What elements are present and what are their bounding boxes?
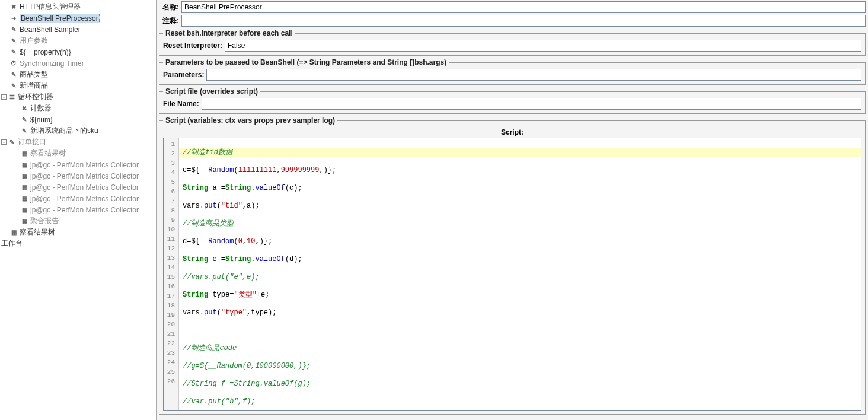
tree-item-1[interactable]: ➜BeanShell PreProcessor xyxy=(0,12,156,24)
tree-item-label: 聚合报告 xyxy=(30,216,59,226)
tree-item-icon: ▦ xyxy=(9,228,18,237)
tree-item-label: jp@gc - PerfMon Metrics Collector xyxy=(30,183,139,192)
tree-toggle-icon[interactable]: - xyxy=(1,139,7,145)
tree-item-5[interactable]: ⏱Synchronizing Timer xyxy=(0,58,156,69)
tree-item-label: HTTP信息头管理器 xyxy=(20,2,81,12)
tree-item-16[interactable]: ▦jp@gc - PerfMon Metrics Collector xyxy=(0,182,156,193)
tree-item-19[interactable]: ▦聚合报告 xyxy=(0,215,156,227)
tree-item-icon: ▦ xyxy=(20,217,28,225)
tree-item-icon: ✎ xyxy=(9,37,18,45)
reset-input[interactable] xyxy=(225,40,861,52)
reset-label: Reset Interpreter: xyxy=(163,42,225,50)
tree-item-icon: ✎ xyxy=(8,138,16,147)
tree-item-label: Synchronizing Timer xyxy=(20,59,84,68)
tree-item-icon: ⏱ xyxy=(9,59,18,68)
tree-root-workbench[interactable]: 工作台 xyxy=(0,238,156,249)
tree-item-3[interactable]: ✎用户参数 xyxy=(0,35,156,46)
params-legend: Parameters to be passed to BeanShell (=>… xyxy=(163,58,449,66)
params-fieldset: Parameters to be passed to BeanShell (=>… xyxy=(159,58,866,85)
tree-item-label: 察看结果树 xyxy=(30,148,66,158)
tree-root-label: 工作台 xyxy=(1,238,23,249)
line-gutter: 1234567891011121314151617181920212223242… xyxy=(164,138,179,410)
tree-item-label: 商品类型 xyxy=(20,69,48,79)
tree-item-0[interactable]: ✖HTTP信息头管理器 xyxy=(0,1,156,12)
script-label: Script: xyxy=(163,127,861,138)
tree-item-label: 新增商品 xyxy=(20,81,48,91)
tree-item-14[interactable]: ▦jp@gc - PerfMon Metrics Collector xyxy=(0,159,156,170)
tree-item-label: 新增系统商品下的sku xyxy=(30,126,98,136)
name-label: 名称: xyxy=(159,2,181,12)
tree-panel: ✖HTTP信息头管理器➜BeanShell PreProcessor✎BeanS… xyxy=(0,0,157,420)
tree-host: ✖HTTP信息头管理器➜BeanShell PreProcessor✎BeanS… xyxy=(0,1,156,238)
scriptfile-input[interactable] xyxy=(202,98,861,110)
tree-item-label: 用户参数 xyxy=(20,36,48,46)
params-input[interactable] xyxy=(206,69,861,81)
script-fieldset: Script (variables: ctx vars props prev s… xyxy=(159,116,866,415)
code-content[interactable]: //制造tid数据 c=${__Random(111111111,9999999… xyxy=(179,138,861,410)
scriptfile-legend: Script file (overrides script) xyxy=(163,87,260,96)
tree-item-13[interactable]: ▦察看结果树 xyxy=(0,148,156,159)
comment-label: 注释: xyxy=(159,16,181,26)
tree-item-icon: ▦ xyxy=(20,183,28,192)
tree-item-icon: ☰ xyxy=(8,93,16,101)
tree-item-label: 循环控制器 xyxy=(18,92,53,102)
tree-item-icon: ▦ xyxy=(20,206,28,214)
tree-item-icon: ▦ xyxy=(20,149,28,158)
reset-fieldset: Reset bsh.Interpreter before each call R… xyxy=(159,29,866,56)
tree-item-11[interactable]: ✎新增系统商品下的sku xyxy=(0,125,156,136)
scriptfile-label: File Name: xyxy=(163,100,202,108)
reset-legend: Reset bsh.Interpreter before each call xyxy=(163,29,295,37)
code-editor[interactable]: 1234567891011121314151617181920212223242… xyxy=(163,138,861,411)
tree-item-label: jp@gc - PerfMon Metrics Collector xyxy=(30,172,139,180)
tree-item-label: 计数器 xyxy=(30,103,52,113)
tree-toggle-icon[interactable]: - xyxy=(1,94,7,100)
tree-item-15[interactable]: ▦jp@gc - PerfMon Metrics Collector xyxy=(0,170,156,182)
tree-item-label: ${__property(h)} xyxy=(20,48,71,56)
tree-item-icon: ✖ xyxy=(20,104,28,113)
tree-item-label: 订单接口 xyxy=(18,137,46,147)
main-panel: 名称: 注释: Reset bsh.Interpreter before eac… xyxy=(157,0,868,420)
tree-item-icon: ✎ xyxy=(9,26,18,34)
tree-item-9[interactable]: ✖计数器 xyxy=(0,103,156,114)
tree-item-label: ${num} xyxy=(30,116,53,124)
tree-item-label: 察看结果树 xyxy=(20,227,55,237)
tree-item-4[interactable]: ✎${__property(h)} xyxy=(0,46,156,58)
tree-item-icon: ✎ xyxy=(9,82,18,90)
tree-item-icon: ▦ xyxy=(20,195,28,203)
tree-item-17[interactable]: ▦jp@gc - PerfMon Metrics Collector xyxy=(0,193,156,204)
tree-item-icon: ▦ xyxy=(20,172,28,180)
tree-item-icon: ✎ xyxy=(9,48,18,56)
tree-item-7[interactable]: ✎新增商品 xyxy=(0,80,156,91)
tree-item-8[interactable]: -☰循环控制器 xyxy=(0,91,156,103)
script-legend: Script (variables: ctx vars props prev s… xyxy=(163,116,337,125)
tree-item-icon: ▦ xyxy=(20,161,28,169)
tree-item-label: BeanShell PreProcessor xyxy=(20,14,100,23)
tree-item-icon: ✎ xyxy=(20,116,28,124)
tree-item-10[interactable]: ✎${num} xyxy=(0,114,156,125)
comment-input[interactable] xyxy=(181,15,866,27)
tree-item-2[interactable]: ✎BeanShell Sampler xyxy=(0,24,156,35)
tree-item-label: jp@gc - PerfMon Metrics Collector xyxy=(30,206,139,214)
params-label: Parameters: xyxy=(163,71,206,79)
tree-item-icon: ➜ xyxy=(9,14,18,23)
tree-item-label: jp@gc - PerfMon Metrics Collector xyxy=(30,161,139,169)
tree-item-18[interactable]: ▦jp@gc - PerfMon Metrics Collector xyxy=(0,204,156,215)
tree-item-label: jp@gc - PerfMon Metrics Collector xyxy=(30,195,139,203)
tree-item-label: BeanShell Sampler xyxy=(20,26,81,34)
name-input[interactable] xyxy=(181,1,866,13)
tree-item-icon: ✖ xyxy=(9,3,18,11)
tree-item-12[interactable]: -✎订单接口 xyxy=(0,136,156,148)
tree-item-6[interactable]: ✎商品类型 xyxy=(0,69,156,80)
tree-item-icon: ✎ xyxy=(20,127,28,135)
scriptfile-fieldset: Script file (overrides script) File Name… xyxy=(159,87,866,114)
tree-item-20[interactable]: ▦察看结果树 xyxy=(0,227,156,238)
tree-item-icon: ✎ xyxy=(9,71,18,79)
